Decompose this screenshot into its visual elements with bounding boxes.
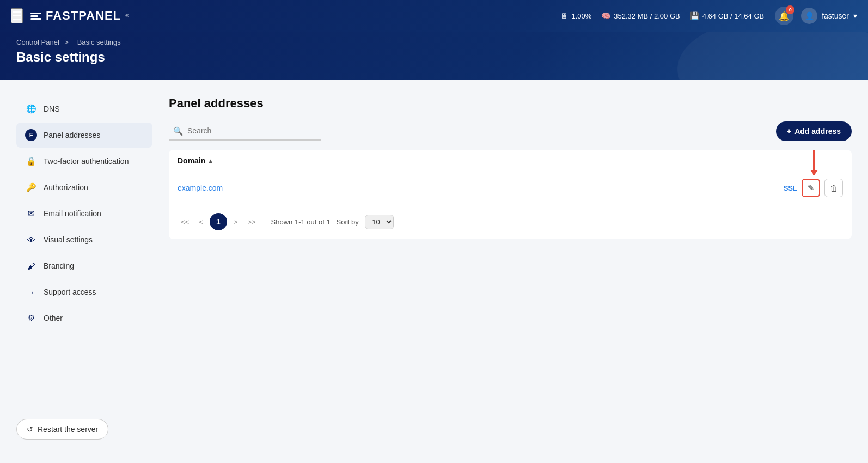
delete-button[interactable]: 🗑 — [824, 179, 843, 197]
avatar: 👤 — [801, 8, 817, 24]
restart-server-button[interactable]: ↺ Restart the server — [16, 419, 108, 440]
sort-by-select[interactable]: 10 25 50 — [365, 215, 394, 229]
topnav-right: 🔔 0 👤 fastuser ▾ — [775, 7, 857, 25]
edit-icon: ✎ — [808, 183, 815, 193]
sidebar-item-email-notification[interactable]: ✉ Email notification — [16, 201, 152, 226]
panel-addresses-table: Domain ▲ example.com SSL ✎ 🗑 — [169, 150, 852, 239]
sidebar-item-label: Email notification — [44, 209, 101, 218]
sidebar-item-label: DNS — [44, 105, 60, 113]
gear-icon: ⚙ — [25, 312, 37, 324]
sidebar-item-dns[interactable]: 🌐 DNS — [16, 96, 152, 121]
edit-button[interactable]: ✎ — [802, 179, 820, 197]
ram-stat: 🧠 352.32 MB / 2.00 GB — [601, 11, 680, 20]
trash-icon: 🗑 — [830, 184, 838, 193]
notification-badge: 0 — [786, 5, 794, 14]
domain-link[interactable]: example.com — [178, 184, 223, 192]
sort-arrow-icon: ▲ — [207, 157, 213, 164]
search-input[interactable] — [169, 122, 321, 141]
row-actions: SSL ✎ 🗑 — [784, 179, 843, 197]
eye-icon: 👁 — [25, 234, 37, 246]
f-circle-icon: F — [25, 129, 37, 141]
globe-icon: 🌐 — [25, 103, 37, 115]
cpu-stat: 🖥 1.00% — [560, 11, 591, 20]
sidebar-item-label: Authorization — [44, 183, 88, 192]
add-address-button[interactable]: + Add address — [776, 121, 852, 141]
logo-icon — [30, 13, 41, 20]
menu-button[interactable]: ☰ — [11, 8, 23, 23]
prev-page-button[interactable]: < — [195, 216, 206, 228]
disk-value: 4.64 GB / 14.64 GB — [702, 12, 764, 20]
breadcrumb-separator: > — [64, 38, 69, 46]
user-icon: 👤 — [805, 11, 814, 20]
pagination: << < 1 > >> Shown 1-1 out of 1 Sort by 1… — [169, 204, 852, 239]
domain-header-label: Domain — [178, 156, 205, 165]
main-content: Panel addresses 🔍 + Add address Domain ▲ — [169, 96, 852, 440]
domain-column-header[interactable]: Domain ▲ — [178, 156, 843, 165]
breadcrumb-current: Basic settings — [77, 38, 121, 46]
user-menu-button[interactable]: 👤 fastuser ▾ — [801, 8, 857, 24]
pagination-info-text: Shown 1-1 out of 1 — [271, 218, 331, 226]
sidebar-item-visual-settings[interactable]: 👁 Visual settings — [16, 227, 152, 252]
sidebar-item-other[interactable]: ⚙ Other — [16, 306, 152, 331]
ram-value: 352.32 MB / 2.00 GB — [614, 12, 680, 20]
restart-label: Restart the server — [38, 425, 98, 434]
toolbar: 🔍 + Add address — [169, 121, 852, 141]
notifications-button[interactable]: 🔔 0 — [775, 7, 793, 25]
content-title: Panel addresses — [169, 96, 852, 111]
breadcrumb-parent[interactable]: Control Panel — [16, 38, 59, 46]
next-page-button[interactable]: > — [230, 216, 241, 228]
arrow-right-icon: → — [25, 286, 37, 298]
disk-icon: 💾 — [690, 11, 699, 20]
sidebar-item-branding[interactable]: 🖌 Branding — [16, 253, 152, 278]
brush-icon: 🖌 — [25, 260, 37, 272]
logo: FASTPANEL ® — [30, 9, 130, 23]
sidebar-nav: 🌐 DNS F Panel addresses 🔒 Two-factor aut… — [16, 96, 152, 401]
ssl-badge: SSL — [784, 184, 797, 192]
cpu-value: 1.00% — [571, 12, 591, 20]
chevron-down-icon: ▾ — [853, 11, 857, 20]
sidebar-item-label: Other — [44, 314, 63, 322]
sidebar-item-label: Visual settings — [44, 235, 93, 244]
username: fastuser — [822, 11, 849, 20]
sidebar-item-two-factor[interactable]: 🔒 Two-factor authentication — [16, 149, 152, 174]
topnav: ☰ FASTPANEL ® 🖥 1.00% 🧠 352.32 MB / 2.00… — [0, 0, 868, 32]
stats-bar: 🖥 1.00% 🧠 352.32 MB / 2.00 GB 💾 4.64 GB … — [560, 11, 764, 20]
table-row: example.com SSL ✎ 🗑 — [169, 172, 852, 204]
sidebar-divider — [16, 410, 152, 410]
sidebar-item-label: Branding — [44, 261, 74, 270]
search-icon: 🔍 — [173, 126, 184, 136]
restart-icon: ↺ — [27, 425, 33, 434]
email-icon: ✉ — [25, 208, 37, 220]
cpu-icon: 🖥 — [560, 11, 568, 20]
domain-cell: example.com — [178, 183, 784, 193]
sidebar-item-label: Panel addresses — [44, 131, 100, 139]
breadcrumb: Control Panel > Basic settings — [16, 38, 852, 46]
lock-icon: 🔒 — [25, 155, 37, 167]
current-page[interactable]: 1 — [210, 213, 227, 230]
logo-text: FASTPANEL — [46, 9, 121, 23]
sidebar: 🌐 DNS F Panel addresses 🔒 Two-factor aut… — [16, 96, 152, 440]
plus-icon: + — [787, 127, 791, 136]
disk-stat: 💾 4.64 GB / 14.64 GB — [690, 11, 764, 20]
sidebar-item-panel-addresses[interactable]: F Panel addresses — [16, 123, 152, 148]
ram-icon: 🧠 — [601, 11, 610, 20]
add-address-label: Add address — [794, 127, 841, 136]
annotation-arrow — [813, 150, 815, 175]
page-header: Control Panel > Basic settings Basic set… — [0, 32, 868, 80]
table-header: Domain ▲ — [169, 150, 852, 172]
first-page-button[interactable]: << — [178, 216, 192, 228]
sidebar-item-label: Two-factor authentication — [44, 157, 129, 166]
sidebar-item-authorization[interactable]: 🔑 Authorization — [16, 175, 152, 200]
pagination-info: Shown 1-1 out of 1 Sort by 10 25 50 — [271, 215, 394, 229]
sort-by-label: Sort by — [337, 218, 359, 226]
search-wrap: 🔍 — [169, 122, 321, 141]
last-page-button[interactable]: >> — [244, 216, 259, 228]
key-icon: 🔑 — [25, 181, 37, 193]
page-title: Basic settings — [16, 50, 852, 65]
main-layout: 🌐 DNS F Panel addresses 🔒 Two-factor aut… — [0, 80, 868, 456]
sidebar-item-support-access[interactable]: → Support access — [16, 279, 152, 304]
sidebar-item-label: Support access — [44, 288, 96, 296]
